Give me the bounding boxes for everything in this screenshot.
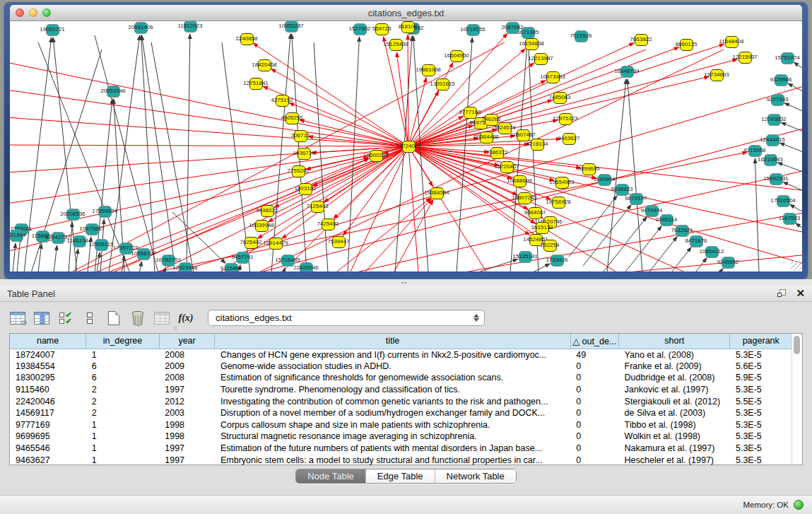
- tab-node-table[interactable]: Node Table: [296, 469, 366, 483]
- graph-node[interactable]: 7755202: [292, 165, 305, 177]
- graph-node[interactable]: 19384554: [430, 187, 444, 199]
- graph-node[interactable]: 2240858: [240, 33, 254, 45]
- close-panel-icon[interactable]: ✕: [796, 288, 805, 298]
- graph-node[interactable]: 1527602: [353, 23, 367, 35]
- table-row[interactable]: 946362711997Embryonic stem cells: a mode…: [10, 454, 792, 466]
- graph-node[interactable]: 9457791: [236, 252, 249, 264]
- table-row[interactable]: 1830029562008Estimation of significance …: [10, 372, 792, 384]
- graph-node[interactable]: 19756928: [552, 197, 565, 209]
- function-builder-icon[interactable]: f(x): [174, 308, 198, 329]
- network-canvas[interactable]: 1872400719055721206914061181202310955287…: [10, 21, 802, 271]
- column-header[interactable]: short: [619, 334, 730, 349]
- column-header[interactable]: name: [10, 334, 86, 349]
- graph-node[interactable]: 12942737: [52, 232, 65, 244]
- graph-node[interactable]: 9498222: [261, 205, 274, 217]
- graph-node[interactable]: 7515526: [575, 30, 588, 42]
- graph-node[interactable]: 10719155: [466, 24, 480, 36]
- table-row[interactable]: 977716911998Corpus callosum shape and si…: [10, 419, 792, 431]
- graph-node[interactable]: 16039948: [255, 220, 269, 232]
- graph-node[interactable]: 9329966: [775, 74, 788, 86]
- graph-node[interactable]: 18420458: [258, 59, 271, 71]
- graph-node[interactable]: 10688609: [513, 175, 526, 187]
- graph-node[interactable]: 11548408: [725, 36, 739, 48]
- table-scrollbar[interactable]: [792, 334, 801, 465]
- graph-node[interactable]: 10973493: [546, 71, 560, 83]
- column-header[interactable]: year: [159, 334, 215, 349]
- tab-network-table[interactable]: Network Table: [435, 469, 516, 483]
- minimize-window-icon[interactable]: [29, 8, 37, 17]
- float-panel-icon[interactable]: [777, 289, 787, 298]
- graph-node[interactable]: 1615132: [536, 222, 549, 234]
- graph-node[interactable]: 7386372: [490, 147, 504, 159]
- graph-node[interactable]: 7632621: [676, 225, 689, 237]
- close-window-icon[interactable]: [16, 8, 24, 17]
- graph-node[interactable]: 9777169: [464, 107, 477, 119]
- graph-node[interactable]: 19861098: [422, 64, 435, 76]
- table-row[interactable]: 2242004622012Investigating the contribut…: [10, 395, 792, 407]
- graph-node[interactable]: 22420046: [300, 262, 313, 272]
- graph-node[interactable]: 1803102: [299, 183, 312, 195]
- table-row[interactable]: 1938455462009Genome-wide association stu…: [10, 361, 792, 373]
- table-options-icon[interactable]: ⚙: [6, 308, 30, 329]
- graph-node[interactable]: 818104: [401, 21, 415, 33]
- graph-node[interactable]: 331394: [10, 230, 23, 242]
- graph-node[interactable]: 12093832: [767, 114, 781, 126]
- graph-node[interactable]: 2935114: [660, 214, 673, 226]
- graph-node[interactable]: 10654112: [705, 246, 719, 258]
- graph-node[interactable]: 18724007: [402, 141, 416, 153]
- table-select[interactable]: citations_edges.txt: [208, 310, 485, 326]
- graph-node[interactable]: 15692931: [770, 173, 783, 185]
- graph-node[interactable]: 16914479: [269, 238, 283, 250]
- graph-node[interactable]: 12215937: [739, 52, 752, 64]
- graph-node[interactable]: 7125443: [311, 201, 324, 213]
- select-columns-icon[interactable]: ✔✔: [54, 308, 78, 329]
- graph-node[interactable]: 15720407: [500, 161, 514, 173]
- graph-node[interactable]: 4275152: [276, 95, 289, 107]
- graph-node[interactable]: 10958107: [137, 248, 151, 260]
- delete-icon[interactable]: [126, 308, 150, 329]
- graph-node[interactable]: 8471676: [690, 235, 703, 247]
- graph-node[interactable]: 10607487: [517, 129, 530, 141]
- graph-node[interactable]: 20206536: [66, 209, 80, 221]
- graph-node[interactable]: 19654923: [555, 177, 569, 189]
- graph-node[interactable]: 7663822: [635, 34, 648, 46]
- graph-node[interactable]: 15751074: [781, 52, 794, 64]
- graph-node[interactable]: 12975123: [559, 113, 572, 125]
- graph-node[interactable]: 2087682: [506, 22, 519, 34]
- memory-status-icon[interactable]: [794, 500, 804, 510]
- graph-node[interactable]: 11451944: [73, 235, 86, 247]
- graph-node[interactable]: 559723: [375, 23, 389, 35]
- graph-node[interactable]: 1936719: [298, 148, 311, 160]
- table-row[interactable]: 946554611997Estimation of the future num…: [10, 443, 792, 455]
- graph-node[interactable]: 7485063: [553, 92, 567, 104]
- graph-node[interactable]: 8938923: [616, 184, 629, 196]
- graph-node[interactable]: 9884067: [529, 207, 542, 219]
- graph-node[interactable]: 15125439: [389, 39, 403, 51]
- graph-node[interactable]: 18807243: [518, 192, 531, 204]
- resize-grip-icon[interactable]: [791, 260, 801, 271]
- graph-node[interactable]: 15716485: [281, 255, 295, 267]
- graph-node[interactable]: 19734693: [710, 69, 724, 81]
- table-row[interactable]: 1456911722003Disruption of a novel membe…: [10, 407, 792, 419]
- graph-node[interactable]: 1640954: [598, 174, 611, 186]
- graph-node[interactable]: 12213987: [534, 53, 548, 65]
- table-row[interactable]: 969969511998Structural magnetic resonanc…: [10, 431, 792, 443]
- graph-node[interactable]: 19055721: [46, 24, 59, 36]
- graph-node[interactable]: 9227343: [771, 94, 784, 106]
- graph-node[interactable]: 16210643: [764, 154, 777, 166]
- graph-node[interactable]: 12444415: [766, 134, 779, 146]
- graph-node[interactable]: 3624574: [498, 122, 512, 134]
- graph-node[interactable]: 4605255: [286, 112, 299, 124]
- graph-node[interactable]: 306713: [294, 130, 307, 142]
- graph-node[interactable]: 9899695: [582, 163, 596, 175]
- column-header[interactable]: △ out_de...: [570, 334, 618, 349]
- graph-node[interactable]: 17016504: [777, 195, 790, 207]
- graph-node[interactable]: 10975887: [86, 223, 99, 235]
- graph-node[interactable]: 17359924: [98, 206, 112, 218]
- graph-node[interactable]: 746266: [485, 114, 498, 126]
- graph-node[interactable]: 16604950: [450, 50, 464, 62]
- graph-node[interactable]: 10955287: [285, 21, 298, 33]
- graph-node[interactable]: 11812023: [184, 21, 197, 33]
- graph-node[interactable]: 9474444: [645, 205, 659, 217]
- graph-node[interactable]: 15135141: [519, 251, 532, 263]
